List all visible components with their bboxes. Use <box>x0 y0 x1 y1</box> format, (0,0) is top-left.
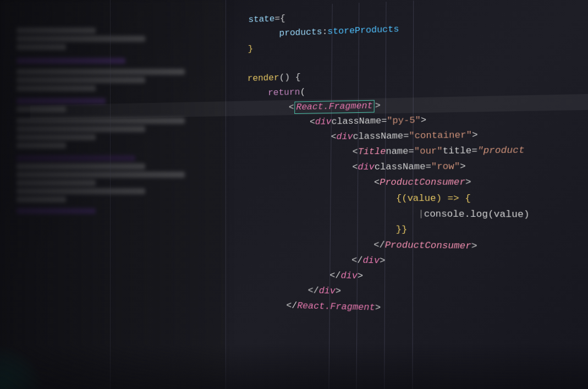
code-line-value-fn: {(value) => { <box>28 190 588 206</box>
token-lt8: </ <box>351 253 363 269</box>
token-div-close3: div <box>319 283 336 299</box>
token-return-paren: ( <box>300 85 305 100</box>
token-products: products <box>279 25 322 41</box>
token-div1: div <box>315 114 332 130</box>
token-render-parens: () { <box>279 70 300 85</box>
token-gt2: > <box>421 113 426 128</box>
token-div2: div <box>336 129 353 145</box>
token-render: render <box>248 70 279 86</box>
token-gt5: > <box>460 159 466 175</box>
token-lt10: </ <box>308 283 319 299</box>
token-value-fn: {(value) => { <box>396 190 471 206</box>
token-pipe: | <box>418 206 424 222</box>
token-gt3: > <box>472 128 478 144</box>
token-close-fn: }} <box>396 222 408 238</box>
token-storeproducts: storeProducts <box>327 22 399 40</box>
token-div-close1: div <box>362 253 380 269</box>
token-lt11: </ <box>286 298 297 314</box>
token-consolelog: console.log(value) <box>424 206 530 223</box>
token-our: "our" <box>414 144 443 160</box>
token-py5: "py-5" <box>387 113 421 129</box>
token-eq: ={ <box>274 11 285 26</box>
token-react-fragment-close: React.Fragment <box>297 298 375 316</box>
token-lt5: < <box>352 160 358 176</box>
token-gt11: > <box>375 300 381 316</box>
token-lt7: </ <box>373 237 385 253</box>
token-classname1: className= <box>331 113 387 129</box>
token-gt6: > <box>465 175 471 191</box>
token-title-attr: title= <box>443 143 477 159</box>
token-classname3: className= <box>375 160 431 176</box>
token-name-attr: name= <box>386 144 414 160</box>
token-react-fragment: React.Fragment <box>294 100 374 114</box>
token-gt10: > <box>336 283 341 299</box>
token-lt4: < <box>352 145 358 160</box>
token-lt1: < <box>289 100 294 115</box>
token-lt2: < <box>310 115 315 130</box>
token-gt8: > <box>380 253 385 269</box>
token-div3: div <box>358 160 375 175</box>
token-productconsumer-close: ProductConsumer <box>385 237 471 254</box>
code-editor-tilt: state={ products: storeProducts } render… <box>21 0 588 389</box>
token-lt6: < <box>374 175 380 190</box>
token-lt9: </ <box>329 268 340 284</box>
token-close-brace: } <box>248 42 253 57</box>
token-state: state <box>248 12 274 28</box>
token-product: "product <box>477 143 525 159</box>
token-colon: : <box>322 24 327 39</box>
token-lt3: < <box>331 130 336 145</box>
token-gt9: > <box>358 268 363 284</box>
screen: state={ products: storeProducts } render… <box>0 0 588 389</box>
token-return: return <box>268 85 300 101</box>
token-classname2: className= <box>353 129 409 145</box>
code-line-productconsumer-open: <ProductConsumer> <box>28 174 588 191</box>
token-row: "row" <box>431 159 460 175</box>
token-gt1: > <box>375 98 381 114</box>
token-gt7: > <box>471 238 477 254</box>
code-content: state={ products: storeProducts } render… <box>21 0 588 389</box>
token-div-close2: div <box>340 268 358 284</box>
teal-accent <box>0 345 44 389</box>
token-container: "container" <box>409 128 472 144</box>
code-lines: state={ products: storeProducts } render… <box>24 0 588 321</box>
token-productconsumer: ProductConsumer <box>380 175 465 191</box>
token-title-comp: Title <box>358 144 386 160</box>
